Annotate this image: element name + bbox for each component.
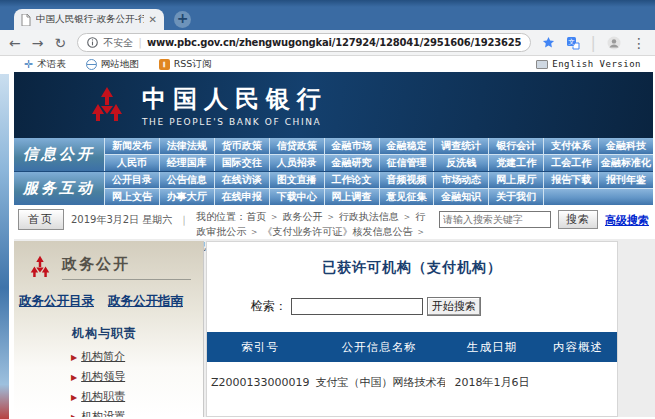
table-row[interactable]: Z2000231000010 银联商务股份有限公司 2018年1月6日 [207,402,617,417]
nav-item[interactable]: 银行会计 [489,138,543,154]
triangle-bullet-icon: ▶ [71,353,77,362]
nav-item[interactable]: 国际交往 [215,155,269,171]
sitemap-link[interactable]: 网站地图 [86,58,139,71]
nav-item[interactable]: 新闻发布 [105,138,159,154]
reload-icon[interactable]: ↻ [54,36,66,50]
sidebar-title-wrap: 政务公开 [62,254,191,280]
cell-date: 2018年1月6日 [445,402,539,417]
content-search-input[interactable] [291,298,423,315]
nav-item[interactable]: 党建工作 [489,155,543,171]
cell-name[interactable]: 银联商务股份有限公司 [314,402,445,417]
nav-item[interactable]: 金融市场 [325,138,379,154]
translate-icon[interactable]: 文 [566,36,580,50]
cell-summary [539,362,617,402]
nav-item[interactable]: 人员招录 [270,155,324,171]
cell-name[interactable]: 支付宝（中国）网络技术有限公司 [314,362,445,402]
address-bar[interactable]: 不安全 | www.pbc.gov.cn/zhengwugongkai/1279… [77,33,530,52]
nav-item[interactable]: 信贷政策 [270,138,324,154]
nav-item[interactable]: 金融标准化 [599,155,653,171]
nav-item[interactable]: 公开目录 [105,172,159,188]
utility-bar: ✛ 术语表 网站地图 ॥ RSS订阅 English Version [0,56,655,72]
nav-item[interactable]: 网上文告 [105,189,159,205]
nav-item[interactable]: 金融稳定 [380,138,434,154]
nav-item[interactable]: 关于我们 [489,189,543,205]
table-header-row: 索引号 公开信息名称 生成日期 内容概述 [207,332,617,362]
nav-item[interactable]: 法律法规 [160,138,214,154]
new-tab-button[interactable]: + [174,11,191,28]
avatar-icon[interactable] [607,36,621,50]
close-icon[interactable]: ✕ [149,14,157,25]
sidebar-item-org-intro[interactable]: ▶机构简介 [71,347,203,367]
nav-item[interactable]: 征信管理 [380,155,434,171]
nav-item[interactable]: 办事大厅 [160,189,214,205]
browser-tab[interactable]: 中国人民银行-政务公开-行政执… ✕ [14,9,164,30]
back-icon[interactable]: ← [9,36,21,50]
col-summary: 内容概述 [539,332,617,362]
sidebar-item-label[interactable]: 机构简介 [81,350,125,363]
info-icon[interactable] [87,37,98,48]
site-search-input[interactable] [439,211,551,228]
nav-item[interactable]: 调查统计 [434,138,488,154]
nav-item[interactable]: 金融科技 [599,138,653,154]
sidebar-item-org-setup[interactable]: ▶机构设置 [71,407,203,417]
nav-item[interactable]: 音频视频 [380,172,434,188]
nav-item[interactable]: 在线申报 [215,189,269,205]
globe-icon [86,59,97,70]
site-banner: 中国人民银行 THE PEOPLE'S BANK OF CHINA [14,72,653,138]
menu-dots-icon[interactable]: ⋮ [632,36,646,50]
nav-item[interactable]: 货币政策 [215,138,269,154]
nav-item[interactable]: 经理国库 [160,155,214,171]
nav-item[interactable]: 公告信息 [160,172,214,188]
nav-item[interactable]: 人民币 [105,155,159,171]
sidebar-item-label[interactable]: 机构领导 [81,370,125,383]
nav-item[interactable]: 支付体系 [544,138,598,154]
nav-item[interactable]: 市场动态 [434,172,488,188]
sidebar-item-label[interactable]: 机构设置 [81,410,125,417]
sidebar-top-links: 政务公开目录 政务公开指南 [14,280,203,310]
nav-item[interactable]: 工作论文 [325,172,379,188]
english-version-label: English Version [552,59,641,69]
triangle-bullet-icon: ▶ [71,413,77,417]
home-button[interactable]: 首页 [18,209,64,230]
page-left-decor [0,74,9,419]
nav-item[interactable]: 图文直播 [270,172,324,188]
nav-item[interactable]: 金融知识 [434,189,488,205]
advanced-search-link[interactable]: 高级搜索 [605,209,649,228]
monitor-icon [536,60,548,69]
bookmark-star-icon[interactable] [542,36,555,49]
cell-summary [539,402,617,417]
nav-item[interactable]: 反洗钱 [434,155,488,171]
col-index: 索引号 [207,332,314,362]
nav-item[interactable]: 报刊年鉴 [599,172,653,188]
nav-item[interactable]: 网上展厅 [489,172,543,188]
sidebar-item-org-duties[interactable]: ▶机构职责 [71,387,203,407]
rss-link[interactable]: ॥ RSS订阅 [159,58,212,71]
nav-group-service: 服务互动 公开目录 公告信息 在线访谈 图文直播 工作论文 音频视频 市场动态 … [14,172,653,205]
start-search-button[interactable]: 开始搜索 [427,297,481,316]
nav-item[interactable]: 工会工作 [544,155,598,171]
nav-item[interactable]: 网上调查 [325,189,379,205]
sidebar-link-guide[interactable]: 政务公开指南 [108,293,183,310]
glossary-link[interactable]: ✛ 术语表 [24,58,66,71]
forward-icon[interactable]: → [32,36,44,50]
nav-group-label[interactable]: 信息公开 [14,138,104,171]
nav-item[interactable]: 下载中心 [270,189,324,205]
nav-item[interactable]: 意见征集 [380,189,434,205]
table-row[interactable]: Z2000133000019 支付宝（中国）网络技术有限公司 2018年1月6日 [207,362,617,402]
nav-item[interactable]: 金融研究 [325,155,379,171]
sitemap-label: 网站地图 [101,58,139,71]
sidebar-link-catalog[interactable]: 政务公开目录 [19,293,94,310]
english-version-link[interactable]: English Version [536,59,641,69]
nav-item[interactable]: 在线访谈 [215,172,269,188]
main-area: 政务公开 政务公开目录 政务公开指南 机构与职责 ▶机构简介 ▶机构领导 ▶机构… [14,239,655,417]
sidebar-item-label[interactable]: 机构职责 [81,390,125,403]
page-title: 已获许可机构（支付机构） [207,259,617,277]
url-text: www.pbc.gov.cn/zhengwugongkai/127924/128… [147,37,521,48]
tab-title: 中国人民银行-政务公开-行政执… [36,13,144,26]
site-search-button[interactable]: 搜索 [558,210,598,229]
svg-text:文: 文 [568,38,575,46]
triangle-bullet-icon: ▶ [71,393,77,402]
nav-group-label[interactable]: 服务互动 [14,172,104,205]
nav-item[interactable]: 报告下载 [544,172,598,188]
sidebar-item-org-leaders[interactable]: ▶机构领导 [71,367,203,387]
